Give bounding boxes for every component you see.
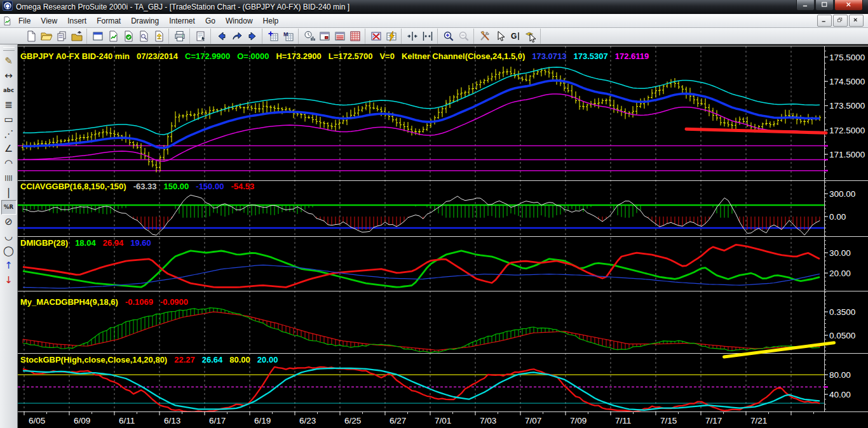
cycle-lines-tool[interactable]: ⊘ (1, 215, 17, 229)
percent-retracement-tool[interactable]: %R (1, 200, 17, 215)
toolbar-group (300, 29, 365, 44)
pointer-button[interactable] (492, 29, 508, 44)
chart-area[interactable]: 175.5000174.5000173.5000172.5000171.5000… (18, 44, 868, 428)
menu-file[interactable]: File (13, 15, 36, 27)
indicator-label: 18.04 (75, 238, 96, 248)
fibonacci-arcs-tool[interactable]: ◠ (1, 156, 17, 171)
workspaces-button[interactable] (54, 29, 69, 44)
toolbox-button[interactable] (477, 29, 492, 44)
close-workspace-button[interactable] (69, 29, 85, 44)
time-sales-button[interactable] (302, 29, 317, 44)
menu-window[interactable]: Window (220, 15, 258, 27)
quote-detail-button[interactable] (136, 29, 151, 44)
indicator-label: 173.5307 (574, 51, 608, 61)
indicator-label: C=172.9900 (185, 51, 230, 61)
omega-icon (3, 1, 13, 11)
expand-spacing-button[interactable] (420, 29, 435, 44)
date-label: 7/11 (615, 416, 631, 425)
date-label: 6/19 (254, 416, 271, 425)
market-grid-button[interactable] (348, 29, 363, 44)
arrow-down-tool[interactable]: ↓ (1, 273, 17, 288)
menu-bar: FileViewInsertFormatDrawingInternetGoWin… (0, 14, 868, 28)
ellipse-tool[interactable]: ◯ (1, 244, 17, 258)
indicator-label: DMIGBP(28) (20, 238, 68, 248)
menu-insert[interactable]: Insert (62, 15, 92, 27)
window-maximize-button[interactable] (815, 0, 834, 11)
page-chart-icon (107, 30, 119, 43)
save-desktop-button[interactable] (90, 29, 105, 44)
format-properties-button[interactable] (193, 29, 208, 44)
zoom-out-button[interactable] (456, 29, 471, 44)
insert-analysis-button[interactable]: M (281, 29, 296, 44)
menu-help[interactable]: Help (258, 15, 284, 27)
mdi-minimize-button[interactable] (817, 15, 832, 27)
delete-analysis-button[interactable] (369, 29, 384, 44)
indicator-label: My_MACDGBPH4(9,18,6) (20, 297, 118, 307)
rectangle-tool[interactable]: ▭ (1, 112, 17, 127)
menu-format[interactable]: Format (92, 15, 126, 27)
cursor-cap-icon (524, 30, 537, 43)
text-tool[interactable]: abc (1, 83, 17, 98)
new-chart-button[interactable] (105, 29, 121, 44)
mdi-close-button[interactable] (849, 15, 864, 27)
new-workspace-button[interactable] (24, 29, 39, 44)
indicator-label: 22.27 (174, 355, 195, 364)
global-server-button[interactable]: G (508, 29, 523, 44)
date-label: 6/13 (164, 416, 180, 425)
page-check-icon (122, 30, 135, 43)
retracement-lines-tool[interactable]: ≣ (1, 98, 17, 112)
arrow-up-tool[interactable]: ↑ (1, 258, 17, 273)
indicator-label: L=172.5700 (329, 51, 373, 61)
insert-symbol-button[interactable] (266, 29, 281, 44)
horizontal-line-tool[interactable]: ↔ (1, 69, 17, 83)
curve-tool[interactable]: ◡ (1, 229, 17, 244)
vertical-line-tool[interactable]: | (1, 185, 17, 200)
quote-board-button[interactable] (332, 29, 348, 44)
axis-label: 0.0500 (829, 331, 855, 340)
menu-view[interactable]: View (36, 15, 62, 27)
date-label: 6/11 (119, 416, 135, 425)
time-zones-tool[interactable]: |||| (1, 171, 17, 185)
back-button[interactable] (214, 29, 229, 44)
optionstation-button[interactable] (151, 29, 166, 44)
pages-icon (55, 30, 68, 43)
indicator-label: 26.94 (103, 238, 124, 248)
zoom-in-button[interactable] (441, 29, 456, 44)
omega-app-icon (3, 1, 13, 13)
main-toolbar: MG (0, 28, 868, 44)
open-workspace-button[interactable] (39, 29, 54, 44)
compress-spacing-button[interactable] (405, 29, 420, 44)
menu-internet[interactable]: Internet (164, 15, 200, 27)
indicator-label: StockGBP(High,close,Close,14,20,80) (20, 355, 167, 364)
window-minimize-button[interactable] (796, 0, 815, 11)
expert-commentary-button[interactable] (523, 29, 538, 44)
server-connect-button[interactable] (121, 29, 136, 44)
indicator-label: -63.33 (133, 182, 157, 191)
trendline-tool[interactable]: ✎ (1, 54, 17, 69)
forward-button[interactable] (245, 29, 260, 44)
gann-fan-dotted-tool[interactable]: ⋰ (1, 127, 17, 142)
mdi-restore-button[interactable] (833, 15, 848, 27)
toolbar-drag-handle[interactable] (3, 47, 15, 51)
chart-canvas[interactable]: 175.5000174.5000173.5000172.5000171.5000… (18, 44, 868, 428)
window-close-button[interactable] (834, 0, 863, 11)
support-trendline[interactable] (686, 129, 826, 133)
zoom-out-icon (458, 30, 470, 43)
axis-label: 174.5000 (829, 77, 865, 86)
toolbar-group (367, 29, 402, 44)
goto-page-button[interactable] (229, 29, 245, 44)
menu-drawing[interactable]: Drawing (126, 15, 164, 27)
menu-go[interactable]: Go (200, 15, 220, 27)
date-axis[interactable]: 6/056/096/116/136/176/196/236/256/277/01… (24, 411, 814, 425)
format-analysis-button[interactable] (384, 29, 399, 44)
price-axis[interactable]: 175.5000174.5000173.5000172.5000171.5000… (824, 51, 865, 409)
toolbar-group (212, 29, 262, 44)
chart-document-icon (2, 16, 12, 26)
quick-quote-button[interactable] (317, 29, 332, 44)
window-title: Omega Research ProSuite 2000i - TA_GBJ -… (16, 3, 349, 11)
drawing-annotations[interactable] (686, 129, 834, 357)
indicator-label: GBPJPY A0-FX BID-240 min (20, 51, 130, 61)
print-button[interactable] (172, 29, 187, 44)
title-bar[interactable]: Omega Research ProSuite 2000i - TA_GBJ -… (0, 0, 868, 14)
gann-fan-tool[interactable]: ∠ (1, 142, 17, 156)
